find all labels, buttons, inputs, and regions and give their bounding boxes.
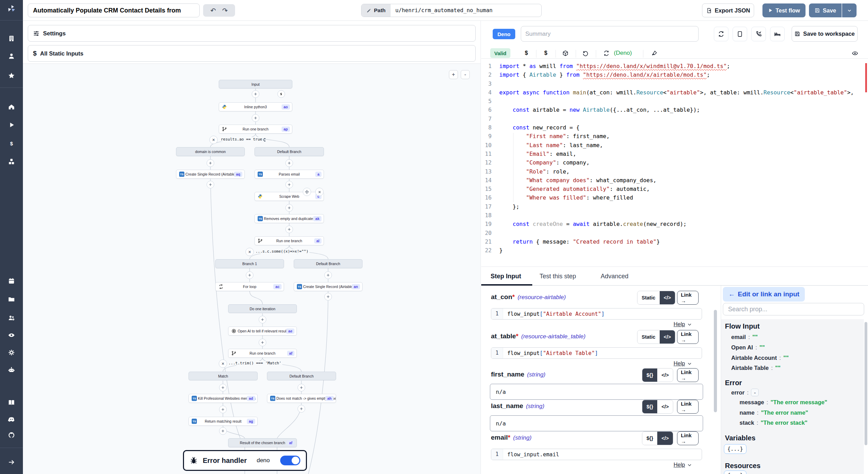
value-input-last_name[interactable]: n/a [490, 415, 703, 431]
zoom-in-button[interactable]: + [449, 70, 458, 79]
prop-row-error[interactable]: error:- [731, 389, 759, 396]
sidebar-item-eye[interactable] [8, 331, 15, 339]
add-step-button[interactable] [259, 339, 266, 346]
flow-node-match[interactable]: Match [189, 372, 258, 380]
static-mode-button[interactable]: ${} [642, 432, 657, 445]
flow-node-parses-email[interactable]: TSParses emaila [254, 170, 324, 179]
code-mode-button[interactable]: </> [657, 369, 673, 382]
static-mode-button[interactable]: ${} [642, 400, 657, 413]
flow-node-does-not-match-gives-empty-value[interactable]: TSDoes not match -> gives empty valueah [267, 394, 336, 403]
save-button[interactable]: Save [809, 3, 842, 17]
flow-node-open-ai-to-tell-if-relevant-result[interactable]: Open AI to tell if relevant resultae [228, 327, 297, 336]
collapse-button[interactable]: - [751, 389, 759, 396]
path-field[interactable]: Path u/henri/crm_automated_no_human [361, 4, 542, 17]
flow-node-do-one-iteration[interactable]: Do one iteration [228, 304, 297, 313]
flow-settings-bar[interactable]: Settings [28, 25, 476, 42]
sidebar-item-folder[interactable] [8, 295, 15, 303]
sidebar-item-github[interactable] [8, 431, 15, 439]
prop-row-airtable-table[interactable]: Airtable Table:"" [731, 365, 781, 371]
save-to-workspace-button[interactable]: Save to workspace [792, 26, 858, 42]
sidebar-item-user[interactable] [8, 52, 15, 60]
stop-condition-icon[interactable]: × [219, 359, 227, 368]
link-button-last_name[interactable]: Link → [677, 400, 699, 414]
flow-node-return-matching-result[interactable]: TSReturn matching resultag [189, 417, 258, 426]
sidebar-item-gear[interactable] [8, 349, 15, 356]
prop-object-chip[interactable]: {...} [724, 471, 746, 474]
prop-row-open-ai[interactable]: Open AI:"" [731, 344, 765, 351]
reload-lang-icon[interactable] [602, 49, 610, 57]
add-step-button[interactable] [259, 316, 266, 323]
eye-icon[interactable] [851, 49, 859, 57]
save-dropdown-button[interactable] [842, 3, 857, 17]
prop-row-stack[interactable]: stack:"The error stack" [740, 420, 808, 426]
code-editor[interactable]: 1import * as wmill from "https://deno.la… [481, 62, 867, 266]
package-icon[interactable] [561, 49, 569, 57]
dollar-action-icon[interactable]: $ [522, 49, 531, 57]
flow-node-create-single-record-airtable[interactable]: TSCreate Single Record (Airtable)an [294, 282, 362, 291]
flow-node-run-one-branch[interactable]: Run one branchal [254, 236, 324, 245]
sync-button[interactable] [714, 27, 728, 41]
code-mode-button[interactable]: </> [660, 291, 675, 304]
value-input-first_name[interactable]: n/a [490, 384, 703, 400]
move-node-icon[interactable] [303, 188, 311, 196]
flow-node-run-one-branch[interactable]: Run one branchaf [228, 349, 297, 358]
summary-input[interactable] [521, 26, 699, 42]
help-link[interactable]: Help [674, 321, 692, 328]
flow-node-branch-1[interactable]: Branch 1 [215, 259, 284, 268]
static-mode-button[interactable]: ${} [642, 369, 657, 382]
sidebar-item-arrow-right[interactable] [8, 458, 15, 466]
tab-test-this-step[interactable]: Test this step [540, 273, 576, 280]
sidebar-item-calendar[interactable] [8, 277, 15, 285]
add-step-button[interactable] [324, 293, 332, 301]
dollar-action2-icon[interactable]: $ [542, 49, 550, 57]
sidebar-item-star[interactable] [8, 72, 15, 79]
sidebar-item-home[interactable] [8, 103, 15, 111]
flow-node-default-branch[interactable]: Default Branch [254, 147, 324, 156]
add-step-button[interactable] [298, 384, 305, 391]
prop-row-airtable-account[interactable]: Airtable Account:"" [731, 355, 789, 361]
link-button-email[interactable]: Link → [677, 431, 699, 445]
sidebar-item-play[interactable] [8, 121, 15, 129]
flow-title-input[interactable] [28, 3, 200, 17]
sidebar-item-discord[interactable] [8, 415, 15, 423]
sidebar-item-cubes[interactable] [8, 158, 15, 166]
help-link[interactable]: Help [674, 462, 692, 468]
add-step-button[interactable] [252, 114, 259, 122]
expr-editor-at_table[interactable]: 1flow_input["Airtable Table"] [491, 347, 702, 359]
flow-node-inline-python3[interactable]: Inline python3ao [219, 102, 292, 111]
edit-or-link-button[interactable]: ← Edit or link an input [723, 287, 805, 302]
add-step-button[interactable] [246, 271, 253, 279]
code-mode-button[interactable]: </> [657, 432, 673, 445]
static-mode-button[interactable]: Static [637, 330, 660, 344]
link-button-at_con[interactable]: Link → [677, 291, 699, 305]
prop-object-chip[interactable]: {...} [724, 444, 746, 454]
flow-node-domain-is-common[interactable]: domain is common [176, 147, 245, 156]
add-step-button[interactable] [252, 90, 259, 98]
step-panel-scrollbar[interactable] [714, 310, 717, 412]
code-mode-button[interactable]: </> [660, 330, 675, 344]
tab-advanced[interactable]: Advanced [601, 273, 628, 280]
all-static-inputs-bar[interactable]: $ All Static Inputs [28, 45, 476, 62]
sidebar-item-user-group[interactable] [8, 314, 15, 322]
prop-row-name[interactable]: name:"The error name" [740, 409, 808, 416]
mobile-view-button[interactable] [733, 27, 747, 41]
error-handler-toggle[interactable] [280, 456, 300, 465]
code-mode-button[interactable]: </> [657, 400, 673, 413]
prop-row-message[interactable]: message:"The error message" [740, 399, 827, 406]
flow-node-scrape-web[interactable]: Scrape Webc [254, 192, 324, 201]
export-json-button[interactable]: Export JSON [702, 3, 754, 17]
help-link[interactable]: Help [674, 361, 692, 367]
flow-node-default-branch[interactable]: Default Branch [294, 259, 362, 268]
windmill-logo[interactable] [8, 5, 15, 12]
tab-step-input[interactable]: Step Input [491, 273, 521, 280]
path-value[interactable]: u/henri/crm_automated_no_human [391, 4, 498, 17]
expr-editor-email[interactable]: 1flow_input.email [491, 449, 702, 460]
add-step-button[interactable] [207, 181, 214, 188]
add-step-button[interactable] [285, 159, 293, 167]
add-step-button[interactable] [298, 405, 305, 413]
sidebar-item-dollar[interactable]: $ [8, 140, 15, 147]
flow-node-removes-empty-and-duplicates[interactable]: TSRemoves empty and duplicatesak [254, 214, 324, 223]
add-step-button[interactable] [285, 181, 293, 188]
link-button-at_table[interactable]: Link → [677, 330, 699, 344]
redo-icon[interactable]: ↷ [222, 7, 228, 15]
